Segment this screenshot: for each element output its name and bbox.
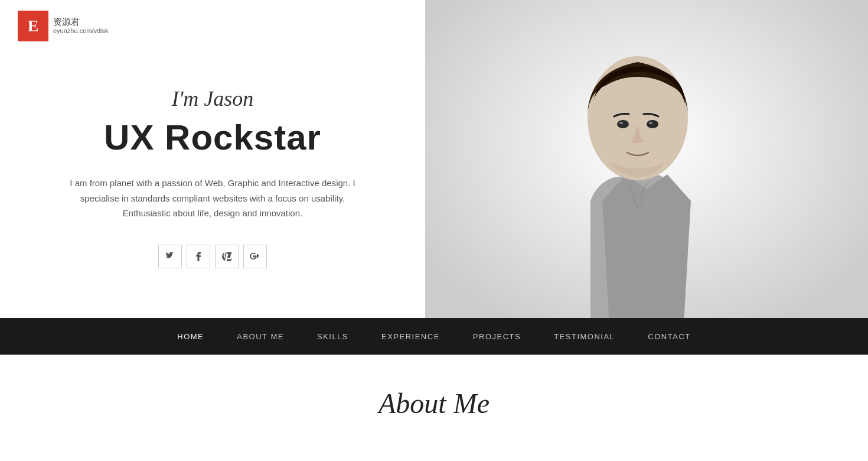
hero-description: I am from planet with a passion of Web, … [65, 176, 360, 221]
hero-content: I'm Jason UX Rockstar I am from planet w… [0, 0, 425, 355]
svg-point-2 [617, 120, 629, 128]
below-nav-section: About Me [0, 355, 868, 426]
about-me-heading: About Me [378, 387, 490, 420]
facebook-icon[interactable] [187, 245, 210, 268]
navbar: HOME ABOUT ME SKILLS EXPERIENCE PROJECTS… [0, 318, 868, 355]
nav-home[interactable]: HOME [161, 318, 220, 355]
header: E 资源君 eyunzhu.com/vdisk [0, 0, 126, 52]
nav-projects[interactable]: PROJECTS [456, 318, 537, 355]
hero-greeting: I'm Jason [172, 86, 254, 111]
social-icons [158, 245, 267, 268]
hero-image [425, 0, 868, 355]
svg-point-4 [647, 120, 658, 128]
person-silhouette [425, 0, 868, 355]
nav-experience[interactable]: EXPERIENCE [365, 318, 456, 355]
nav-about-me[interactable]: ABOUT ME [220, 318, 301, 355]
svg-point-5 [649, 122, 652, 124]
svg-point-3 [619, 122, 623, 124]
nav-testimonial[interactable]: TESTIMONIAL [537, 318, 631, 355]
hero-title: UX Rockstar [104, 117, 321, 158]
pinterest-icon[interactable] [215, 245, 239, 268]
logo-icon: E [18, 11, 48, 41]
twitter-icon[interactable] [158, 245, 182, 268]
logo[interactable]: E 资源君 eyunzhu.com/vdisk [18, 11, 109, 41]
google-plus-icon[interactable] [243, 245, 267, 268]
nav-contact[interactable]: CONTACT [631, 318, 707, 355]
nav-skills[interactable]: SKILLS [301, 318, 365, 355]
logo-url: eyunzhu.com/vdisk [53, 27, 109, 35]
logo-chinese: 资源君 [53, 17, 109, 27]
hero-section: E 资源君 eyunzhu.com/vdisk I'm Jason UX Roc… [0, 0, 868, 355]
